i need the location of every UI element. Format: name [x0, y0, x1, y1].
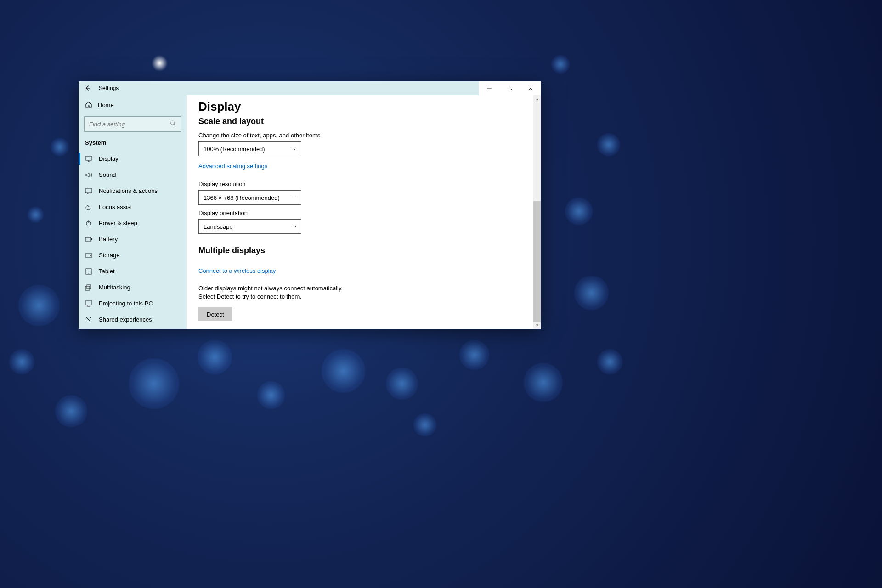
maximize-button[interactable]: [499, 81, 520, 95]
chevron-down-icon: [293, 147, 297, 150]
sidebar-item-display[interactable]: Display: [79, 151, 187, 167]
chevron-down-icon: [293, 196, 297, 199]
sidebar-item-label: Sound: [99, 171, 116, 178]
sidebar: Home System Display Sound: [79, 95, 187, 329]
scroll-up-arrow[interactable]: ▴: [533, 95, 541, 102]
home-icon: [85, 101, 92, 108]
sidebar-item-notifications[interactable]: Notifications & actions: [79, 183, 187, 199]
sidebar-item-label: Focus assist: [99, 204, 132, 210]
window-title: Settings: [97, 85, 119, 91]
back-button[interactable]: [79, 81, 97, 95]
focus-assist-icon: [85, 204, 92, 211]
settings-window: Settings Home System: [79, 81, 541, 329]
svg-rect-3: [85, 156, 92, 160]
battery-icon: [85, 236, 92, 243]
sidebar-item-storage[interactable]: Storage: [79, 247, 187, 263]
sidebar-item-label: Multitasking: [99, 284, 130, 291]
scale-dropdown[interactable]: 100% (Recommended): [198, 141, 301, 156]
detect-button[interactable]: Detect: [198, 307, 232, 321]
tablet-icon: [85, 268, 92, 275]
sidebar-item-label: Notifications & actions: [99, 187, 158, 194]
sidebar-item-battery[interactable]: Battery: [79, 231, 187, 247]
projecting-icon: [85, 300, 92, 307]
sidebar-item-sound[interactable]: Sound: [79, 167, 187, 183]
resolution-label: Display resolution: [198, 181, 538, 187]
svg-rect-1: [508, 87, 511, 90]
svg-rect-13: [87, 285, 91, 289]
storage-icon: [85, 252, 92, 259]
sidebar-item-tablet[interactable]: Tablet: [79, 263, 187, 279]
svg-rect-12: [85, 286, 90, 290]
category-label: System: [79, 136, 187, 151]
sidebar-item-label: Shared experiences: [99, 316, 152, 323]
close-button[interactable]: [520, 81, 541, 95]
orientation-dropdown[interactable]: Landscape: [198, 219, 301, 234]
caption-buttons: [479, 81, 541, 95]
sidebar-item-label: Display: [99, 155, 119, 162]
advanced-scaling-link[interactable]: Advanced scaling settings: [198, 163, 267, 170]
svg-rect-7: [91, 238, 92, 240]
minimize-button[interactable]: [479, 81, 499, 95]
sidebar-item-power-sleep[interactable]: Power & sleep: [79, 215, 187, 231]
vertical-scrollbar[interactable]: ▴ ▾: [533, 95, 541, 329]
svg-point-9: [90, 255, 91, 256]
sidebar-item-label: Power & sleep: [99, 220, 137, 226]
titlebar[interactable]: Settings: [79, 81, 541, 95]
scroll-down-arrow[interactable]: ▾: [533, 322, 541, 329]
sidebar-item-label: Storage: [99, 252, 120, 259]
desktop-wallpaper: Settings Home System: [0, 0, 882, 588]
power-icon: [85, 220, 92, 227]
section-multiple-heading: Multiple displays: [198, 246, 538, 255]
sidebar-item-label: Battery: [99, 236, 118, 243]
resolution-value: 1366 × 768 (Recommended): [204, 194, 280, 201]
content-pane: Display Scale and layout Change the size…: [187, 95, 541, 329]
shared-icon: [85, 316, 92, 323]
sound-icon: [85, 171, 92, 179]
detect-description: Older displays might not always connect …: [198, 284, 350, 301]
scrollbar-thumb[interactable]: [533, 201, 541, 322]
notifications-icon: [85, 187, 92, 195]
sidebar-item-projecting[interactable]: Projecting to this PC: [79, 295, 187, 311]
svg-point-11: [88, 273, 89, 273]
scale-label: Change the size of text, apps, and other…: [198, 132, 538, 139]
sidebar-item-label: Projecting to this PC: [99, 300, 153, 307]
sidebar-item-shared-experiences[interactable]: Shared experiences: [79, 311, 187, 328]
svg-rect-6: [85, 237, 91, 241]
svg-rect-14: [85, 301, 92, 305]
sidebar-item-focus-assist[interactable]: Focus assist: [79, 199, 187, 215]
resolution-dropdown[interactable]: 1366 × 768 (Recommended): [198, 190, 301, 205]
wireless-display-link[interactable]: Connect to a wireless display: [198, 267, 276, 274]
home-label: Home: [98, 102, 114, 108]
chevron-down-icon: [293, 225, 297, 228]
sidebar-item-multitasking[interactable]: Multitasking: [79, 279, 187, 295]
home-button[interactable]: Home: [79, 97, 187, 113]
section-scale-heading: Scale and layout: [198, 117, 538, 126]
orientation-label: Display orientation: [198, 209, 538, 216]
sidebar-menu: Display Sound Notifications & actions Fo…: [79, 151, 187, 328]
search-box[interactable]: [84, 116, 181, 132]
search-input[interactable]: [85, 121, 181, 128]
orientation-value: Landscape: [204, 223, 233, 230]
svg-point-2: [170, 121, 175, 125]
svg-rect-4: [85, 188, 92, 193]
sidebar-item-label: Tablet: [99, 268, 115, 275]
display-icon: [85, 155, 92, 163]
search-icon: [170, 120, 177, 127]
multitasking-icon: [85, 284, 92, 291]
scale-value: 100% (Recommended): [204, 146, 265, 153]
page-title: Display: [198, 100, 538, 114]
